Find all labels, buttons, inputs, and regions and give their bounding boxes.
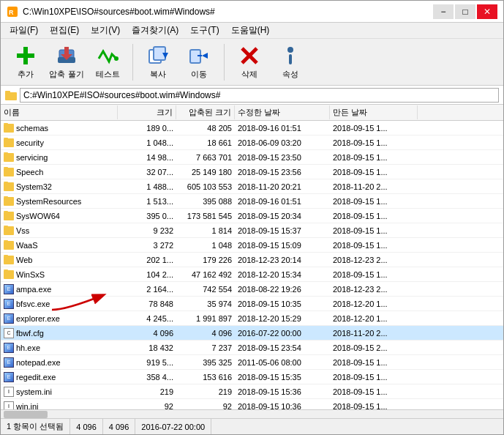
cell-packed: 1 814 bbox=[176, 226, 235, 236]
cell-name: I win.ini bbox=[1, 401, 118, 410]
address-bar bbox=[1, 86, 503, 105]
table-row[interactable]: E hh.exe 18 432 7 237 2018-09-15 23:54 2… bbox=[1, 341, 503, 355]
scrollbar-thumb[interactable] bbox=[4, 411, 48, 418]
cell-modified: 2011-05-06 08:00 bbox=[235, 357, 330, 368]
menu-help[interactable]: 도움말(H) bbox=[225, 23, 276, 38]
cell-created: 2018-09-15 1... bbox=[330, 196, 418, 207]
file-list: schemas 189 0... 48 205 2018-09-16 01:51… bbox=[1, 121, 503, 409]
move-label: 이동 bbox=[191, 69, 207, 80]
status-date: 2016-07-22 00:00 bbox=[135, 419, 211, 434]
copy-button[interactable]: 복사 bbox=[139, 42, 177, 83]
table-row[interactable]: I system.ini 219 219 2018-09-15 15:36 20… bbox=[1, 384, 503, 399]
cell-packed: 48 205 bbox=[176, 123, 235, 133]
maximize-button[interactable]: □ bbox=[455, 4, 475, 19]
table-row[interactable]: SysWOW64 395 0... 173 581 545 2018-09-15… bbox=[1, 209, 503, 223]
table-row[interactable]: security 1 048... 18 661 2018-06-09 03:2… bbox=[1, 135, 503, 150]
col-header-size[interactable]: 크기 bbox=[118, 105, 176, 119]
menu-favorites[interactable]: 즐겨찾기(A) bbox=[126, 23, 184, 38]
exe-icon: E bbox=[4, 357, 14, 368]
app-icon: R bbox=[7, 6, 18, 18]
cell-size: 9 232 bbox=[118, 226, 176, 236]
folder-address-icon bbox=[5, 90, 17, 100]
svg-rect-19 bbox=[5, 92, 17, 100]
exe-icon: E bbox=[4, 343, 14, 353]
cell-packed: 47 162 492 bbox=[176, 269, 235, 280]
cell-created: 2018-11-20 2... bbox=[330, 328, 418, 338]
cell-size: 32 07... bbox=[118, 167, 176, 177]
cell-modified: 2018-12-20 15:34 bbox=[235, 269, 330, 280]
move-icon bbox=[187, 44, 211, 67]
close-button[interactable]: ✕ bbox=[477, 4, 497, 19]
cell-size: 104 2... bbox=[118, 269, 176, 280]
table-row[interactable]: I win.ini 92 92 2018-09-15 10:36 2018-09… bbox=[1, 399, 503, 409]
main-window: R C:\Win10XPE\ISO#sources#boot.wim#Windo… bbox=[0, 0, 504, 435]
table-row[interactable]: E explorer.exe 4 245... 1 991 897 2018-1… bbox=[1, 311, 503, 326]
cell-size: 4 096 bbox=[118, 328, 176, 338]
menu-edit[interactable]: 편집(E) bbox=[44, 23, 85, 38]
move-button[interactable]: 이동 bbox=[180, 42, 218, 83]
cell-modified: 2018-09-16 01:51 bbox=[235, 123, 330, 133]
table-row[interactable]: WaaS 3 272 1 048 2018-09-15 15:09 2018-0… bbox=[1, 238, 503, 253]
cell-created: 2018-09-15 1... bbox=[330, 240, 418, 250]
col-header-packed[interactable]: 압축된 크기 bbox=[176, 105, 235, 119]
extract-button[interactable]: 압축 풀기 bbox=[48, 42, 86, 83]
cell-created: 2018-12-20 1... bbox=[330, 299, 418, 309]
svg-point-17 bbox=[287, 47, 293, 53]
cell-modified: 2018-06-09 03:20 bbox=[235, 138, 330, 148]
table-row[interactable]: Speech 32 07... 25 149 180 2018-09-15 23… bbox=[1, 165, 503, 179]
file-name: Speech bbox=[16, 168, 43, 176]
properties-button[interactable]: 속성 bbox=[271, 42, 309, 83]
table-row[interactable]: Web 202 1... 179 226 2018-12-23 20:14 20… bbox=[1, 253, 503, 267]
col-header-created[interactable]: 만든 날짜 bbox=[330, 105, 418, 119]
cell-created: 2018-09-15 1... bbox=[330, 269, 418, 280]
cell-packed: 18 661 bbox=[176, 138, 235, 148]
toolbar-separator-1 bbox=[132, 44, 133, 81]
col-header-modified[interactable]: 수정한 날짜 bbox=[235, 105, 330, 119]
file-name: WinSxS bbox=[16, 270, 45, 279]
address-input[interactable] bbox=[20, 88, 499, 103]
add-button[interactable]: 추가 bbox=[7, 42, 45, 83]
table-row[interactable]: E bfsvc.exe 78 848 35 974 2018-09-15 10:… bbox=[1, 297, 503, 311]
table-row[interactable]: System32 1 488... 605 103 553 2018-11-20… bbox=[1, 179, 503, 194]
cell-name: Speech bbox=[1, 167, 118, 177]
delete-button[interactable]: 삭제 bbox=[230, 42, 268, 83]
cell-modified: 2018-09-15 23:50 bbox=[235, 152, 330, 163]
file-name: schemas bbox=[16, 124, 48, 133]
table-row[interactable]: Vss 9 232 1 814 2018-09-15 15:37 2018-09… bbox=[1, 223, 503, 238]
menu-view[interactable]: 보기(V) bbox=[85, 23, 126, 38]
cell-packed: 742 554 bbox=[176, 284, 235, 294]
cell-name: E regedit.exe bbox=[1, 371, 118, 383]
minimize-button[interactable]: − bbox=[433, 4, 454, 19]
menu-tools[interactable]: 도구(T) bbox=[184, 23, 225, 38]
status-selection: 1 항목이 선택됨 bbox=[1, 419, 70, 434]
cell-packed: 7 663 701 bbox=[176, 152, 235, 163]
cell-name: E bfsvc.exe bbox=[1, 298, 118, 310]
cell-name: System32 bbox=[1, 182, 118, 192]
menu-file[interactable]: 파일(F) bbox=[4, 23, 44, 38]
horizontal-scrollbar[interactable] bbox=[1, 409, 503, 418]
file-name: bfsvc.exe bbox=[16, 300, 50, 308]
column-headers: 이름 크기 압축된 크기 수정한 날짜 만든 날짜 bbox=[1, 105, 503, 121]
table-row[interactable]: E ampa.exe 2 164... 742 554 2018-08-22 1… bbox=[1, 282, 503, 297]
cell-size: 1 488... bbox=[118, 182, 176, 192]
cell-packed: 605 103 553 bbox=[176, 182, 235, 192]
table-row[interactable]: E regedit.exe 358 4... 153 616 2018-09-1… bbox=[1, 370, 503, 384]
table-row[interactable]: WinSxS 104 2... 47 162 492 2018-12-20 15… bbox=[1, 267, 503, 282]
table-row[interactable]: SystemResources 1 513... 395 088 2018-09… bbox=[1, 194, 503, 209]
col-header-name[interactable]: 이름 bbox=[1, 105, 118, 119]
cell-name: WinSxS bbox=[1, 269, 118, 280]
table-row[interactable]: servicing 14 98... 7 663 701 2018-09-15 … bbox=[1, 150, 503, 165]
cell-created: 2018-09-15 1... bbox=[330, 401, 418, 410]
status-size: 4 096 bbox=[70, 419, 103, 434]
test-button[interactable]: 테스트 bbox=[89, 42, 127, 83]
cell-modified: 2018-09-15 15:36 bbox=[235, 387, 330, 397]
table-row[interactable]: schemas 189 0... 48 205 2018-09-16 01:51… bbox=[1, 121, 503, 135]
svg-rect-20 bbox=[5, 91, 10, 93]
folder-icon bbox=[4, 138, 14, 147]
table-row[interactable]: C fbwf.cfg 4 096 4 096 2016-07-22 00:00 … bbox=[1, 326, 503, 341]
cell-packed: 1 048 bbox=[176, 240, 235, 250]
file-name: security bbox=[16, 138, 44, 147]
table-row[interactable]: E notepad.exe 919 5... 395 325 2011-05-0… bbox=[1, 355, 503, 370]
file-name: Vss bbox=[16, 226, 29, 235]
cell-modified: 2018-09-15 10:35 bbox=[235, 299, 330, 309]
